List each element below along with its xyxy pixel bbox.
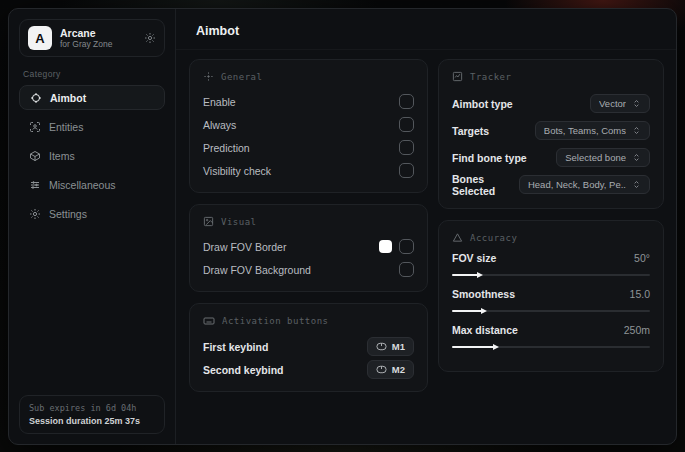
category-label: Category (23, 69, 161, 79)
smoothness-slider[interactable] (452, 307, 650, 315)
row-label: Visibility check (203, 165, 271, 177)
sidebar-item-entities[interactable]: Entities (19, 114, 165, 139)
row-label: Draw FOV Border (203, 241, 286, 253)
slider-value: 250m (624, 324, 650, 336)
general-row-always: Always (203, 114, 414, 135)
max-distance-slider[interactable] (452, 343, 650, 351)
keybind-value: M1 (392, 341, 405, 352)
general-card: General Enable Always Prediction (189, 59, 428, 193)
sidebar-item-label: Settings (49, 208, 87, 220)
box-icon (28, 150, 41, 162)
session-duration-text: Session duration 25m 37s (29, 416, 155, 426)
left-column: General Enable Always Prediction (189, 59, 428, 392)
right-column: Tracker Aimbot type Vector Targets (438, 59, 664, 392)
accuracy-row-max-distance: Max distance 250m (452, 324, 650, 351)
row-label: Draw FOV Background (203, 264, 311, 276)
row-label: Bones Selected (452, 173, 519, 197)
fov-background-checkbox[interactable] (399, 262, 414, 277)
section-title: Visual (221, 217, 257, 227)
row-label: Second keybind (203, 364, 284, 376)
second-keybind-button[interactable]: M2 (367, 360, 414, 379)
bones-selected-select[interactable]: Head, Neck, Body, Pe.. (519, 175, 650, 194)
row-label: Targets (452, 125, 489, 137)
accuracy-card: Accuracy FOV size 50° (438, 220, 664, 372)
enable-checkbox[interactable] (399, 94, 414, 109)
sidebar-item-label: Miscellaneous (49, 179, 116, 191)
entities-icon (28, 121, 41, 133)
subscription-card: Sub expires in 6d 04h Session duration 2… (19, 395, 165, 434)
slider-fill (452, 274, 478, 277)
fov-border-color-swatch[interactable] (379, 240, 392, 253)
chevrons-up-down-icon (632, 180, 641, 189)
sidebar-item-items[interactable]: Items (19, 143, 165, 168)
visual-row-fov-background: Draw FOV Background (203, 259, 414, 280)
select-value: Selected bone (565, 152, 626, 163)
crosshair-dotted-icon (203, 71, 214, 82)
sidebar-item-label: Entities (49, 121, 83, 133)
activation-section-header: Activation buttons (203, 315, 414, 327)
prediction-checkbox[interactable] (399, 140, 414, 155)
keyboard-icon (203, 315, 215, 327)
mouse-icon (376, 365, 387, 374)
find-bone-type-select[interactable]: Selected bone (556, 148, 650, 167)
sidebar-item-label: Aimbot (50, 92, 86, 104)
chevrons-up-down-icon (632, 126, 641, 135)
row-label: Enable (203, 96, 236, 108)
section-title: General (221, 72, 262, 82)
visual-row-fov-border: Draw FOV Border (203, 236, 414, 257)
app-logo-card: A Arcane for Gray Zone (19, 19, 165, 57)
keybind-value: M2 (392, 364, 405, 375)
tracker-section-header: Tracker (452, 71, 650, 82)
tracker-row-bones-selected: Bones Selected Head, Neck, Body, Pe.. (452, 172, 650, 197)
row-label: Always (203, 119, 236, 131)
activation-card: Activation buttons First keybind M1 Seco… (189, 303, 428, 392)
general-row-visibility-check: Visibility check (203, 160, 414, 181)
triangle-icon (452, 232, 463, 243)
always-checkbox[interactable] (399, 117, 414, 132)
targets-select[interactable]: Bots, Teams, Coms (535, 121, 650, 140)
activation-row-second-keybind: Second keybind M2 (203, 359, 414, 380)
row-label: Prediction (203, 142, 250, 154)
section-title: Accuracy (470, 233, 517, 243)
sidebar-item-settings[interactable]: Settings (19, 201, 165, 226)
sidebar-item-label: Items (49, 150, 75, 162)
chevrons-up-down-icon (632, 153, 641, 162)
fov-size-slider[interactable] (452, 271, 650, 279)
general-section-header: General (203, 71, 414, 82)
visibility-check-checkbox[interactable] (399, 163, 414, 178)
general-row-prediction: Prediction (203, 137, 414, 158)
sub-expires-text: Sub expires in 6d 04h (29, 403, 155, 413)
mouse-icon (376, 342, 387, 351)
row-label: Find bone type (452, 152, 527, 164)
slider-value: 15.0 (630, 288, 650, 300)
sidebar-item-aimbot[interactable]: Aimbot (19, 85, 165, 110)
row-label: Aimbot type (452, 98, 513, 110)
first-keybind-button[interactable]: M1 (367, 337, 414, 356)
logo-letter: A (35, 31, 44, 46)
sidebar-item-miscellaneous[interactable]: Miscellaneous (19, 172, 165, 197)
select-value: Bots, Teams, Coms (544, 125, 626, 136)
slider-fill (452, 310, 482, 313)
aimbot-type-select[interactable]: Vector (590, 94, 650, 113)
game-background: A Arcane for Gray Zone Category Aimbot (0, 0, 685, 452)
fov-border-checkbox[interactable] (399, 239, 414, 254)
main-header: Aimbot (176, 9, 676, 50)
page-title: Aimbot (196, 24, 656, 38)
settings-gear-icon[interactable] (144, 32, 156, 44)
app-title: Arcane (60, 27, 136, 39)
image-icon (203, 216, 214, 227)
content-grid: General Enable Always Prediction (176, 50, 676, 444)
gear-icon (28, 208, 41, 220)
chevrons-up-down-icon (632, 99, 641, 108)
activity-icon (452, 71, 463, 82)
slider-value: 50° (634, 252, 650, 264)
app-subtitle: for Gray Zone (60, 39, 136, 50)
row-label: First keybind (203, 341, 268, 353)
crosshair-icon (29, 92, 42, 104)
tracker-row-targets: Targets Bots, Teams, Coms (452, 118, 650, 143)
visual-section-header: Visual (203, 216, 414, 227)
section-title: Activation buttons (222, 316, 329, 326)
general-row-enable: Enable (203, 91, 414, 112)
sliders-icon (28, 179, 41, 191)
activation-row-first-keybind: First keybind M1 (203, 336, 414, 357)
